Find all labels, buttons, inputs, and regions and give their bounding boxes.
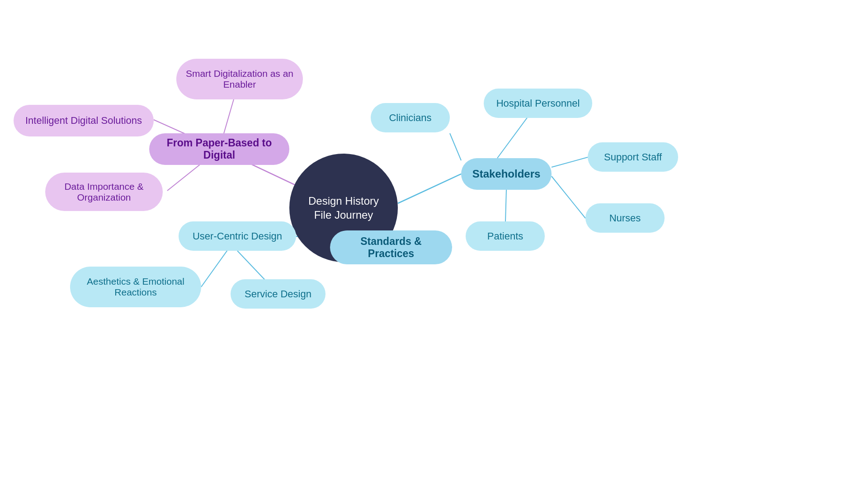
intelligent-digital-node[interactable]: Intelligent Digital Solutions (14, 105, 154, 136)
svg-line-8 (398, 174, 461, 203)
data-importance-node[interactable]: Data Importance & Organization (45, 173, 163, 211)
mindmap-container: Design History File Journey Smart Digita… (0, 0, 868, 488)
smart-digitalization-node[interactable]: Smart Digitalization as an Enabler (176, 59, 303, 99)
svg-line-13 (505, 190, 506, 221)
paper-to-digital-node[interactable]: From Paper-Based to Digital (149, 133, 289, 165)
standards-practices-node[interactable]: Standards & Practices (330, 230, 452, 264)
nurses-node[interactable]: Nurses (585, 203, 665, 233)
svg-line-11 (552, 157, 588, 167)
stakeholders-node[interactable]: Stakeholders (461, 158, 552, 190)
aesthetics-node[interactable]: Aesthetics & Emotional Reactions (70, 267, 201, 307)
patients-node[interactable]: Patients (466, 221, 545, 251)
user-centric-node[interactable]: User-Centric Design (179, 221, 296, 251)
support-staff-node[interactable]: Support Staff (588, 142, 678, 172)
svg-line-9 (450, 133, 461, 160)
clinicians-node[interactable]: Clinicians (371, 103, 450, 132)
service-design-node[interactable]: Service Design (231, 279, 326, 309)
svg-line-12 (552, 176, 585, 218)
hospital-personnel-node[interactable]: Hospital Personnel (484, 89, 592, 118)
